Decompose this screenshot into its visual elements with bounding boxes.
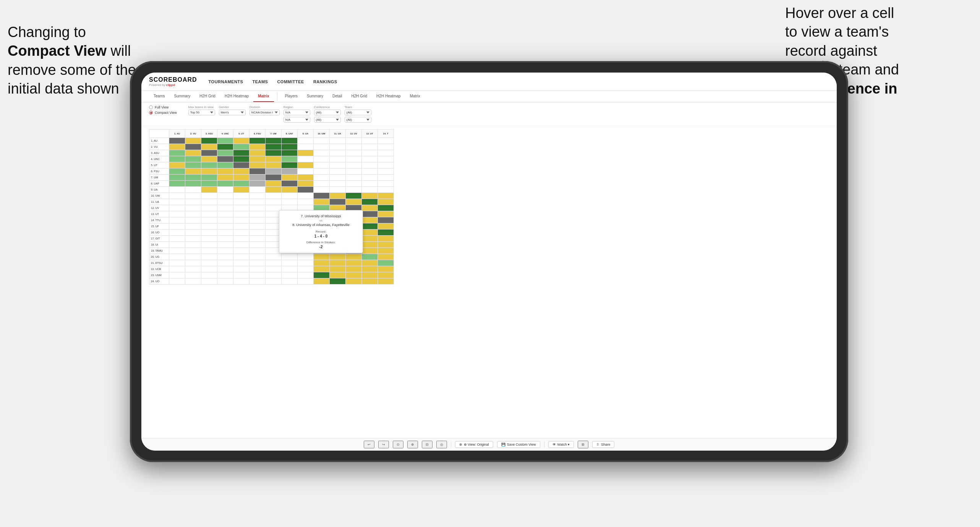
matrix-cell[interactable] <box>169 230 185 236</box>
matrix-cell[interactable] <box>330 156 346 162</box>
matrix-cell[interactable] <box>217 199 233 205</box>
matrix-cell[interactable] <box>217 138 233 144</box>
matrix-cell[interactable] <box>233 181 249 187</box>
matrix-cell[interactable] <box>233 205 249 211</box>
toolbar-zoom-in[interactable]: ⊕ <box>407 441 418 448</box>
matrix-cell[interactable] <box>298 168 314 175</box>
matrix-cell[interactable] <box>314 254 330 260</box>
matrix-cell[interactable] <box>330 278 346 285</box>
matrix-cell[interactable] <box>346 181 362 187</box>
matrix-cell[interactable] <box>185 193 201 199</box>
matrix-cell[interactable] <box>249 144 266 150</box>
subnav-matrix1[interactable]: Matrix <box>253 91 274 102</box>
matrix-cell[interactable] <box>378 144 394 150</box>
filter-max-teams-select[interactable]: Top 50 <box>188 110 215 115</box>
matrix-cell[interactable] <box>346 168 362 175</box>
matrix-cell[interactable] <box>233 156 249 162</box>
matrix-cell[interactable] <box>330 168 346 175</box>
matrix-cell[interactable] <box>233 168 249 175</box>
matrix-cell[interactable] <box>362 242 378 248</box>
matrix-cell[interactable] <box>362 223 378 230</box>
matrix-cell[interactable] <box>378 260 394 266</box>
toolbar-zoom-reset[interactable]: ⊙ <box>393 441 403 448</box>
matrix-cell[interactable] <box>378 278 394 285</box>
compact-view-option[interactable]: Compact View <box>149 111 177 115</box>
matrix-cell[interactable] <box>201 138 217 144</box>
matrix-cell[interactable] <box>346 144 362 150</box>
matrix-cell[interactable] <box>185 230 201 236</box>
matrix-cell[interactable] <box>282 193 298 199</box>
matrix-cell[interactable] <box>378 168 394 175</box>
matrix-cell[interactable] <box>266 187 282 193</box>
matrix-cell[interactable] <box>185 217 201 223</box>
matrix-cell[interactable] <box>346 156 362 162</box>
matrix-cell[interactable] <box>362 193 378 199</box>
matrix-cell[interactable] <box>201 266 217 272</box>
full-view-option[interactable]: Full View <box>149 105 177 109</box>
matrix-cell[interactable] <box>249 217 266 223</box>
subnav-h2h-heatmap1[interactable]: H2H Heatmap <box>220 91 253 102</box>
matrix-cell[interactable] <box>314 175 330 181</box>
matrix-cell[interactable] <box>266 181 282 187</box>
matrix-cell[interactable] <box>362 260 378 266</box>
nav-tournaments[interactable]: TOURNAMENTS <box>209 78 243 86</box>
matrix-cell[interactable] <box>378 205 394 211</box>
matrix-cell[interactable] <box>346 266 362 272</box>
matrix-cell[interactable] <box>217 168 233 175</box>
matrix-cell[interactable] <box>266 138 282 144</box>
matrix-cell[interactable] <box>233 175 249 181</box>
matrix-cell[interactable] <box>314 168 330 175</box>
matrix-cell[interactable] <box>217 248 233 254</box>
matrix-cell[interactable] <box>233 236 249 242</box>
matrix-cell[interactable] <box>298 156 314 162</box>
matrix-cell[interactable] <box>201 254 217 260</box>
matrix-cell[interactable] <box>185 187 201 193</box>
matrix-cell[interactable] <box>201 193 217 199</box>
matrix-cell[interactable] <box>185 205 201 211</box>
matrix-cell[interactable] <box>217 260 233 266</box>
matrix-cell[interactable] <box>185 266 201 272</box>
matrix-cell[interactable] <box>378 254 394 260</box>
matrix-cell[interactable] <box>217 278 233 285</box>
subnav-h2h-grid1[interactable]: H2H Grid <box>195 91 220 102</box>
matrix-cell[interactable] <box>169 278 185 285</box>
toolbar-watch[interactable]: 👁 Watch ▾ <box>548 441 574 448</box>
matrix-cell[interactable] <box>217 211 233 217</box>
matrix-cell[interactable] <box>249 230 266 236</box>
matrix-cell[interactable] <box>282 278 298 285</box>
matrix-cell[interactable] <box>169 199 185 205</box>
matrix-cell[interactable] <box>249 199 266 205</box>
matrix-cell[interactable] <box>185 223 201 230</box>
matrix-cell[interactable] <box>362 181 378 187</box>
compact-view-radio[interactable] <box>149 111 153 115</box>
matrix-cell[interactable] <box>314 144 330 150</box>
matrix-cell[interactable] <box>201 278 217 285</box>
matrix-cell[interactable] <box>185 248 201 254</box>
matrix-cell[interactable] <box>282 272 298 278</box>
matrix-cell[interactable] <box>298 175 314 181</box>
filter-region-select2[interactable]: N/A <box>283 117 310 123</box>
matrix-cell[interactable] <box>201 199 217 205</box>
matrix-cell[interactable] <box>201 150 217 156</box>
matrix-cell[interactable] <box>314 138 330 144</box>
matrix-cell[interactable] <box>169 211 185 217</box>
matrix-cell[interactable] <box>362 272 378 278</box>
matrix-cell[interactable] <box>169 187 185 193</box>
matrix-cell[interactable] <box>346 199 362 205</box>
subnav-detail[interactable]: Detail <box>328 91 347 102</box>
matrix-cell[interactable] <box>233 193 249 199</box>
matrix-cell[interactable] <box>362 278 378 285</box>
matrix-cell[interactable] <box>266 193 282 199</box>
matrix-cell[interactable] <box>249 162 266 168</box>
matrix-cell[interactable] <box>249 187 266 193</box>
matrix-cell[interactable] <box>298 193 314 199</box>
matrix-cell[interactable] <box>201 211 217 217</box>
matrix-cell[interactable] <box>185 150 201 156</box>
matrix-cell[interactable] <box>233 242 249 248</box>
matrix-cell[interactable] <box>314 181 330 187</box>
matrix-cell[interactable] <box>362 230 378 236</box>
matrix-cell[interactable] <box>330 181 346 187</box>
subnav-summary1[interactable]: Summary <box>169 91 195 102</box>
matrix-cell[interactable] <box>346 162 362 168</box>
matrix-cell[interactable] <box>185 254 201 260</box>
